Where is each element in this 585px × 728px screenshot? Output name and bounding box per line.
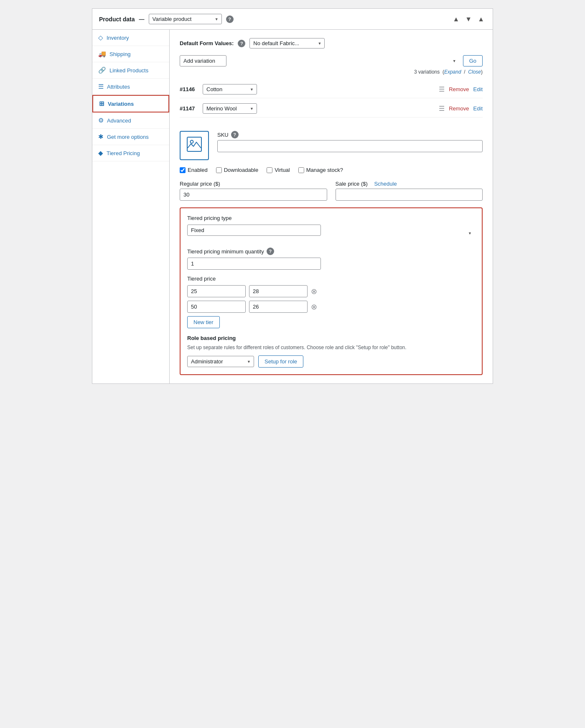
new-tier-button[interactable]: New tier xyxy=(187,316,220,328)
sidebar-item-inventory-label: Inventory xyxy=(107,35,129,41)
tiered-min-qty-input[interactable] xyxy=(187,258,321,270)
variation-select-1147-wrapper[interactable]: Cotton Merino Wool xyxy=(203,103,257,114)
sidebar-item-variations[interactable]: ⊞ Variations xyxy=(92,95,169,112)
variation-row-1146: #1146 Cotton Merino Wool ☰ Remove Edit xyxy=(180,81,483,98)
tier-2-remove-button[interactable]: ⊗ xyxy=(311,303,317,311)
svg-rect-0 xyxy=(187,137,201,151)
sidebar-item-get-more-options[interactable]: ✱ Get more options xyxy=(92,129,169,145)
tiered-type-select-wrapper[interactable]: Fixed Percentage Discount xyxy=(187,225,475,242)
variations-icon: ⊞ xyxy=(99,100,104,107)
default-form-label: Default Form Values: xyxy=(180,40,234,46)
tiered-type-select[interactable]: Fixed Percentage Discount xyxy=(187,225,321,236)
variation-1146-actions: ☰ Remove Edit xyxy=(439,85,483,93)
default-form-row: Default Form Values: ? No default Fabric… xyxy=(180,38,483,49)
add-variation-select[interactable]: Add variation xyxy=(180,55,226,66)
tiered-price-label: Tiered price xyxy=(187,276,475,282)
sidebar-item-advanced[interactable]: ⚙ Advanced xyxy=(92,112,169,129)
sidebar-item-variations-label: Variations xyxy=(108,101,134,107)
sidebar-item-shipping[interactable]: 🚚 Shipping xyxy=(92,46,169,62)
min-qty-help-icon[interactable]: ? xyxy=(267,248,274,255)
get-more-options-icon: ✱ xyxy=(98,133,104,140)
svg-point-1 xyxy=(191,140,193,143)
default-form-help-icon[interactable]: ? xyxy=(238,40,245,47)
tier-2-price-input[interactable] xyxy=(249,301,308,313)
drag-handle-1146[interactable]: ☰ xyxy=(439,85,445,93)
edit-link-1147[interactable]: Edit xyxy=(473,105,483,112)
expand-button[interactable]: ▲ xyxy=(476,15,486,24)
tier-1-price-input[interactable] xyxy=(249,285,308,297)
default-form-select-wrapper[interactable]: No default Fabric... xyxy=(249,38,325,49)
header-dash: — xyxy=(139,16,145,22)
product-data-header: Product data — Variable product Simple p… xyxy=(92,9,493,30)
tier-1-qty-input[interactable] xyxy=(187,285,246,297)
default-form-select[interactable]: No default Fabric... xyxy=(249,38,325,49)
sidebar-item-linked-products[interactable]: 🔗 Linked Products xyxy=(92,62,169,79)
sale-price-input[interactable] xyxy=(336,189,483,201)
variation-detail-panel: SKU ? Enabled Downloadable xyxy=(180,124,483,375)
tiered-min-qty-label: Tiered pricing minimum quantity ? xyxy=(187,248,475,255)
enabled-checkbox[interactable] xyxy=(180,167,186,173)
tier-row-2: ⊗ xyxy=(187,301,475,313)
manage-stock-label: Manage stock? xyxy=(306,167,343,173)
product-data-body: ◇ Inventory 🚚 Shipping 🔗 Linked Products… xyxy=(92,30,493,383)
product-type-wrapper[interactable]: Variable product Simple product Grouped … xyxy=(149,14,222,24)
sale-price-field: Sale price ($) Schedule xyxy=(336,181,483,201)
image-sku-row: SKU ? xyxy=(180,131,483,160)
regular-price-input[interactable] xyxy=(180,189,327,201)
variation-row-1147: #1147 Cotton Merino Wool ☰ Remove Edit xyxy=(180,100,483,118)
drag-handle-1147[interactable]: ☰ xyxy=(439,105,445,112)
product-type-help-icon[interactable]: ? xyxy=(226,15,234,23)
sku-label-row: SKU ? xyxy=(217,131,483,138)
variation-select-1146-wrapper[interactable]: Cotton Merino Wool xyxy=(203,84,257,95)
sidebar: ◇ Inventory 🚚 Shipping 🔗 Linked Products… xyxy=(92,30,170,383)
sidebar-item-attributes-label: Attributes xyxy=(107,84,130,90)
go-button[interactable]: Go xyxy=(463,55,483,66)
sidebar-item-tiered-pricing[interactable]: ◆ Tiered Pricing xyxy=(92,145,169,161)
virtual-checkbox-label[interactable]: Virtual xyxy=(267,167,290,173)
product-type-select[interactable]: Variable product Simple product Grouped … xyxy=(149,14,222,24)
collapse-up-button[interactable]: ▲ xyxy=(451,15,461,24)
linked-products-icon: 🔗 xyxy=(98,66,106,74)
variation-id-1146: #1146 xyxy=(180,86,198,92)
manage-stock-checkbox-label[interactable]: Manage stock? xyxy=(298,167,343,173)
downloadable-label: Downloadable xyxy=(224,167,258,173)
advanced-icon: ⚙ xyxy=(98,117,104,124)
downloadable-checkbox[interactable] xyxy=(216,167,222,173)
tier-row-1: ⊗ xyxy=(187,285,475,297)
sku-help-icon[interactable]: ? xyxy=(231,131,239,138)
sidebar-item-advanced-label: Advanced xyxy=(107,118,131,124)
role-select[interactable]: Administrator Editor Subscriber Customer xyxy=(187,356,254,367)
shipping-icon: 🚚 xyxy=(98,50,106,58)
sidebar-item-inventory[interactable]: ◇ Inventory xyxy=(92,30,169,46)
tier-1-remove-button[interactable]: ⊗ xyxy=(311,288,317,295)
expand-link[interactable]: Expand xyxy=(444,69,461,75)
sku-input[interactable] xyxy=(217,140,483,152)
sidebar-item-attributes[interactable]: ☰ Attributes xyxy=(92,79,169,95)
tiered-type-label: Tiered pricing type xyxy=(187,215,475,221)
add-variation-select-wrapper[interactable]: Add variation xyxy=(180,55,460,66)
enabled-checkbox-label[interactable]: Enabled xyxy=(180,167,208,173)
downloadable-checkbox-label[interactable]: Downloadable xyxy=(216,167,258,173)
schedule-link[interactable]: Schedule xyxy=(374,181,397,187)
remove-link-1147[interactable]: Remove xyxy=(449,105,469,112)
collapse-down-button[interactable]: ▼ xyxy=(463,15,473,24)
role-row: Administrator Editor Subscriber Customer… xyxy=(187,355,475,368)
virtual-checkbox[interactable] xyxy=(267,167,272,173)
variation-select-1146[interactable]: Cotton Merino Wool xyxy=(203,84,257,95)
role-select-wrapper[interactable]: Administrator Editor Subscriber Customer xyxy=(187,356,254,367)
regular-price-field: Regular price ($) xyxy=(180,181,327,201)
close-link[interactable]: Close xyxy=(468,69,481,75)
variation-image-box[interactable] xyxy=(180,131,209,160)
variation-select-1147[interactable]: Cotton Merino Wool xyxy=(203,103,257,114)
manage-stock-checkbox[interactable] xyxy=(298,167,304,173)
remove-link-1146[interactable]: Remove xyxy=(449,86,469,92)
tier-2-qty-input[interactable] xyxy=(187,301,246,313)
variation-id-1147: #1147 xyxy=(180,105,198,112)
sidebar-item-tiered-label: Tiered Pricing xyxy=(107,150,140,156)
setup-role-button[interactable]: Setup for role xyxy=(258,355,303,368)
virtual-label: Virtual xyxy=(275,167,290,173)
sidebar-item-shipping-label: Shipping xyxy=(109,51,131,57)
sale-price-label: Sale price ($) Schedule xyxy=(336,181,483,187)
tiered-pricing-box: Tiered pricing type Fixed Percentage Dis… xyxy=(180,207,483,375)
edit-link-1146[interactable]: Edit xyxy=(473,86,483,92)
